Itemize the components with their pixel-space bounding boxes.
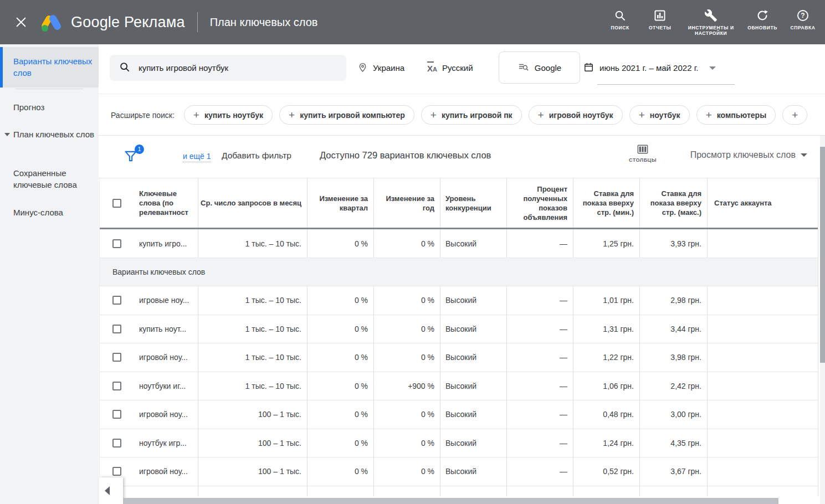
quarter-change-cell: 0 % bbox=[307, 457, 373, 486]
row-checkbox[interactable] bbox=[112, 296, 121, 305]
competition-cell: Высокий bbox=[440, 315, 506, 343]
plus-icon: + bbox=[706, 110, 712, 120]
plus-icon: + bbox=[792, 110, 798, 120]
header-cell-competition[interactable]: Уровень конкуренции bbox=[440, 178, 506, 228]
location-selector[interactable]: Украина bbox=[357, 55, 404, 81]
table-row: ноутбук игр...100 – 1 тыс.0 %0 %Высокий—… bbox=[100, 429, 818, 458]
year-change-cell: 0 % bbox=[373, 429, 440, 457]
view-selector-label: Просмотр ключевых слов bbox=[690, 150, 796, 160]
checkbox-cell bbox=[100, 429, 134, 457]
nav-search-button[interactable]: ПОИСК bbox=[606, 9, 634, 30]
help-icon: ? bbox=[796, 9, 809, 22]
year-change-cell: 0 % bbox=[373, 400, 440, 429]
year-change-cell bbox=[373, 486, 440, 496]
header-cell-year-change[interactable]: Изменение за год bbox=[373, 178, 440, 228]
sidebar-divider bbox=[16, 89, 83, 89]
quarter-change-cell: 0 % bbox=[307, 229, 373, 258]
more-filters-link[interactable]: и ещё 1 bbox=[183, 152, 211, 162]
sidebar-item-forecast[interactable]: Прогноз bbox=[0, 101, 99, 113]
row-checkbox[interactable] bbox=[112, 239, 121, 248]
horizontal-scrollbar[interactable] bbox=[123, 498, 778, 504]
year-change-cell: 0 % bbox=[373, 229, 440, 258]
keyword-chip[interactable]: +компьютеры bbox=[696, 105, 776, 125]
keyword-chip-partial[interactable]: + bbox=[782, 105, 807, 125]
add-filter-button[interactable]: Добавить фильтр bbox=[222, 151, 291, 161]
row-checkbox[interactable] bbox=[112, 439, 121, 448]
network-selector[interactable]: Google bbox=[499, 52, 580, 84]
header-cell-bid-min[interactable]: Ставка для показа вверху стр. (мин.) bbox=[573, 178, 639, 228]
keyword-cell: ноутбук игр... bbox=[134, 429, 198, 457]
impression-share-cell: — bbox=[506, 372, 573, 400]
columns-button[interactable]: СТОЛБЦЫ bbox=[626, 144, 659, 163]
table-section-header: Варианты ключевых слов bbox=[100, 258, 818, 286]
keywords-table: Ключевые слова (по релевантност Ср. числ… bbox=[99, 178, 818, 496]
competition-cell: Высокий bbox=[440, 372, 506, 400]
table-row: купить ноут...1 тыс. – 10 тыс.0 %0 %Высо… bbox=[100, 315, 818, 344]
quarter-change-cell: 0 % bbox=[307, 286, 373, 315]
header-cell-volume[interactable]: Ср. число запросов в месяц bbox=[198, 178, 307, 228]
account-status-cell bbox=[707, 229, 819, 258]
search-icon bbox=[119, 61, 131, 75]
vertical-scrollbar-thumb[interactable] bbox=[820, 147, 825, 363]
topbar-divider bbox=[197, 12, 198, 32]
row-checkbox[interactable] bbox=[112, 353, 121, 362]
sidebar-item-negative-keywords[interactable]: Минус-слова bbox=[0, 207, 99, 218]
close-icon[interactable] bbox=[13, 14, 29, 30]
table-scroll-left-button[interactable] bbox=[99, 477, 123, 504]
date-range-value: июнь 2021 г. – май 2022 г. bbox=[599, 63, 698, 73]
account-status-cell bbox=[707, 400, 819, 429]
keyword-chip[interactable]: +купить ноутбук bbox=[184, 105, 273, 125]
language-value: Русский bbox=[442, 63, 473, 73]
table-body: купить игро...1 тыс. – 10 тыс.0 %0 %Высо… bbox=[100, 229, 818, 496]
chevron-down-icon bbox=[709, 66, 716, 70]
row-checkbox[interactable] bbox=[112, 467, 121, 476]
bid-min-cell bbox=[573, 486, 639, 496]
header-cell-quarter-change[interactable]: Изменение за квартал bbox=[307, 178, 373, 228]
plus-icon: + bbox=[639, 110, 645, 120]
keyword-cell: ноутбуки иг... bbox=[134, 372, 198, 400]
language-selector[interactable]: XA Русский bbox=[427, 55, 473, 81]
keyword-search-input[interactable]: купить игровой ноутбук bbox=[110, 55, 346, 81]
row-checkbox[interactable] bbox=[112, 325, 121, 333]
view-selector[interactable]: Просмотр ключевых слов bbox=[690, 150, 807, 160]
row-checkbox[interactable] bbox=[112, 382, 121, 390]
sidebar-item-keyword-ideas[interactable]: Варианты ключевых слов bbox=[0, 47, 99, 88]
keyword-chip[interactable]: +купить игровой компьютер bbox=[279, 105, 414, 125]
nav-refresh-button[interactable]: ОБНОВИТЬ bbox=[747, 9, 777, 30]
keyword-chip[interactable]: +купить игровой пк bbox=[421, 105, 522, 125]
select-all-checkbox[interactable] bbox=[112, 199, 121, 208]
nav-tools-button[interactable]: ИНСТРУМЕНТЫ И НАСТРОЙКИ bbox=[685, 9, 736, 36]
keyword-chip[interactable]: +ноутбук bbox=[629, 105, 690, 125]
table-row: игровой ноу...100 – 1 тыс.0 %0 %Высокий—… bbox=[100, 400, 818, 429]
search-query: купить игровой ноутбук bbox=[139, 63, 228, 73]
refresh-icon bbox=[756, 9, 769, 22]
arrow-left-icon bbox=[104, 486, 112, 496]
nav-help-button[interactable]: ? СПРАВКА bbox=[788, 9, 817, 30]
filter-button[interactable]: 1 bbox=[123, 148, 140, 165]
header-cell-keyword[interactable]: Ключевые слова (по релевантност bbox=[134, 178, 198, 228]
header-cell-bid-max[interactable]: Ставка для показа вверху стр. (макс.) bbox=[639, 178, 707, 228]
bid-max-cell: 3,98 грн. bbox=[639, 343, 707, 372]
sidebar-item-keyword-plan[interactable]: План ключевых слов bbox=[0, 128, 99, 140]
row-checkbox[interactable] bbox=[112, 410, 121, 419]
date-range-selector[interactable]: июнь 2021 г. – май 2022 г. bbox=[583, 55, 716, 81]
keyword-chip[interactable]: +игровой ноутбук bbox=[529, 105, 623, 125]
vertical-scrollbar-track[interactable] bbox=[820, 136, 825, 504]
bid-min-cell: 1,22 грн. bbox=[573, 343, 639, 372]
bid-min-cell: 1,25 грн. bbox=[573, 229, 639, 258]
nav-reports-button[interactable]: ОТЧЕТЫ bbox=[645, 9, 674, 30]
account-status-cell bbox=[707, 343, 819, 372]
broaden-search-row: Расширьте поиск: +купить ноутбук+купить … bbox=[99, 95, 825, 136]
volume-cell: 1 тыс. – 10 тыс. bbox=[198, 372, 307, 400]
reports-icon bbox=[653, 9, 667, 22]
account-status-cell bbox=[707, 457, 819, 486]
header-cell-impression-share[interactable]: Процент полученных показов объявления bbox=[506, 178, 573, 228]
broaden-search-label: Расширьте поиск: bbox=[111, 111, 175, 120]
sidebar-item-saved-keywords[interactable]: Сохраненные ключевые слова bbox=[0, 167, 99, 191]
impression-share-cell: — bbox=[506, 286, 573, 315]
search-icon bbox=[613, 9, 627, 22]
table-toolbar: 1 и ещё 1 Добавить фильтр Доступно 729 в… bbox=[99, 136, 825, 178]
keyword-cell bbox=[134, 486, 198, 496]
header-cell-account-status[interactable]: Статус аккаунта bbox=[707, 178, 819, 228]
competition-cell: Высокий bbox=[440, 457, 506, 486]
